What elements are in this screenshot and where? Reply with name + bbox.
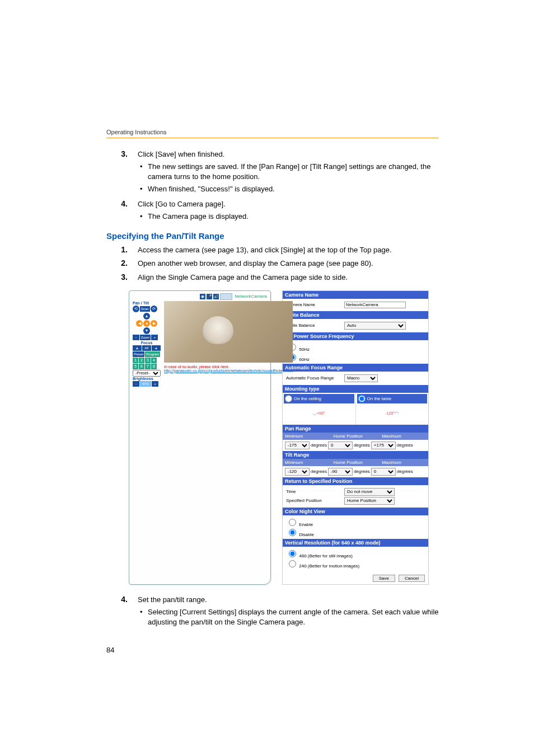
mount-ceiling-label: On the ceiling	[294, 396, 321, 401]
cnv-disable-radio[interactable]	[289, 529, 296, 536]
help-url-link[interactable]: http://panasonic.co.jp/pcc/products/en/n…	[164, 369, 293, 373]
white-balance-header: White Balance	[283, 311, 428, 319]
preset-1[interactable]: 1	[133, 358, 138, 363]
ac-60hz-label: 60Hz	[299, 357, 310, 362]
cnv-enable-radio[interactable]	[289, 519, 296, 526]
preset-select[interactable]: -Preset-	[133, 370, 161, 377]
vres-480-label: 480 (Better for still images)	[299, 553, 353, 558]
mic-icon[interactable]: 🎤	[207, 294, 212, 299]
camera-settings-panel: Camera Name Camera Name White Balance Wh…	[282, 290, 429, 585]
camera-photo	[164, 301, 293, 363]
vres-480-radio[interactable]	[289, 550, 296, 557]
network-camera-label: NetworkCamera	[235, 294, 267, 299]
vres-header: Vertical Resolution (for 640 x 480 mode)	[283, 539, 428, 547]
brightness-std[interactable]: STD	[140, 381, 151, 387]
afr-header: Automatic Focus Range	[283, 364, 428, 372]
rsp-pos-select[interactable]: Home Position	[344, 497, 395, 505]
zoom-button[interactable]: Zoom	[140, 335, 151, 340]
focus-auto-button[interactable]: AF	[142, 345, 151, 351]
substep-2-number: 2.	[106, 259, 138, 267]
preset-8[interactable]: 8	[151, 364, 157, 369]
tilt-min-select[interactable]: -120	[285, 468, 310, 476]
save-button[interactable]: Save	[373, 575, 395, 582]
step-4-bullet-1: The Camera page is displayed.	[138, 212, 439, 222]
single-camera-panel: ◉ 🎤 🔊 NetworkCamera Pan / Tilt ⟲ Scan ⟳ …	[129, 290, 271, 585]
section-title: Specifying the Pan/Tilt Range	[106, 231, 439, 241]
preset-3[interactable]: 3	[145, 358, 151, 363]
substep-4-number: 4.	[106, 595, 138, 604]
pan-right-icon[interactable]: ⟳	[151, 306, 157, 312]
mount-table-label: On the table	[367, 396, 392, 401]
pan-min-header: Minimum	[283, 433, 331, 440]
substep-2-text: Open another web browser, and display th…	[138, 259, 439, 269]
white-balance-select[interactable]: Auto	[344, 322, 406, 330]
pan-left-button[interactable]: ◀	[136, 320, 143, 327]
focus-near-button[interactable]: ▲	[133, 345, 142, 351]
afr-label: Automatic Focus Range	[286, 375, 342, 381]
step-4-number: 4.	[106, 199, 138, 208]
tilt-home-header: Home Position	[331, 459, 380, 466]
pan-left-icon[interactable]: ⟲	[133, 306, 139, 312]
pan-max-header: Maximum	[380, 433, 428, 440]
white-balance-label: White Balance	[286, 323, 342, 328]
speaker-icon[interactable]: 🔊	[213, 294, 219, 299]
ac-frequency-header: AC Power Source Frequency	[283, 332, 428, 340]
camera-name-label: Camera Name	[286, 302, 342, 307]
cnv-disable-label: Disable	[299, 532, 314, 537]
camera-name-input[interactable]	[344, 302, 406, 308]
capture-icon[interactable]: ◉	[200, 294, 205, 299]
substep-1-text: Access the camera (see page 13), and cli…	[138, 245, 439, 255]
zoom-out-button[interactable]: -	[133, 335, 139, 340]
mount-header: Mounting type	[283, 385, 428, 393]
preset-7[interactable]: 7	[145, 364, 151, 369]
pan-home-select[interactable]: 0	[328, 442, 353, 449]
page-number: 84	[106, 646, 439, 654]
rsp-time-select[interactable]: Do not move	[344, 488, 395, 496]
cancel-button[interactable]: Cancel	[399, 575, 425, 582]
vres-240-radio[interactable]	[289, 560, 296, 567]
substep-4-bullet-1: Selecting [Current Settings] displays th…	[138, 607, 439, 627]
pan-min-select[interactable]: -175	[285, 442, 310, 449]
deg-label: degrees	[311, 443, 327, 448]
rsp-pos-label: Specified Position	[286, 498, 342, 503]
cnv-enable-label: Enable	[299, 522, 313, 527]
pantilt-label: Pan / Tilt	[133, 301, 161, 305]
scan-button[interactable]: Scan	[140, 306, 150, 312]
figure-row: ◉ 🎤 🔊 NetworkCamera Pan / Tilt ⟲ Scan ⟳ …	[129, 290, 439, 585]
vres-240-label: 240 (Better for motion images)	[299, 564, 359, 569]
tilt-up-icon[interactable]: ▲	[143, 313, 150, 320]
zoom-in-button[interactable]: +	[151, 335, 158, 340]
program-button[interactable]: Program	[145, 351, 160, 357]
brightness-down[interactable]: -	[133, 381, 139, 387]
mount-ceiling-radio[interactable]	[285, 395, 292, 402]
pan-range-header: Pan Range	[283, 425, 428, 433]
substep-4-text: Set the pan/tilt range.	[138, 595, 207, 604]
pan-right-button[interactable]: ▶	[151, 320, 157, 327]
dog-image	[203, 316, 233, 344]
tilt-home-select[interactable]: -90	[328, 468, 353, 476]
substep-1-number: 1.	[106, 245, 138, 254]
preset-2[interactable]: 2	[139, 358, 144, 363]
afr-select[interactable]: Macro	[344, 374, 378, 382]
focus-far-button[interactable]: ▲	[152, 345, 161, 351]
home-button[interactable]: ●	[143, 320, 150, 327]
tilt-range-header: Tilt Range	[283, 451, 428, 459]
tilt-max-select[interactable]: 0	[371, 468, 396, 476]
focus-label: Focus	[133, 341, 161, 345]
tilt-down-icon[interactable]: ▼	[143, 327, 150, 334]
slider-icon[interactable]	[220, 293, 232, 300]
header-label: Operating Instructions	[106, 129, 439, 135]
mount-table-radio[interactable]	[358, 395, 366, 402]
step-4-text: Click [Go to Camera page].	[138, 200, 226, 208]
brightness-up[interactable]: +	[152, 381, 158, 387]
tilt-min-header: Minimum	[283, 459, 331, 466]
preset-4[interactable]: 4	[151, 358, 157, 363]
pan-home-header: Home Position	[331, 433, 380, 440]
ac-50hz-label: 50Hz	[299, 347, 310, 352]
no-audio-link[interactable]: In case of no audio, please click here.	[164, 365, 293, 369]
preset-6[interactable]: 6	[139, 364, 144, 369]
preset-button[interactable]: Preset	[133, 351, 144, 357]
step-3-bullet-1: The new settings are saved. If the [Pan …	[138, 162, 439, 182]
preset-5[interactable]: 5	[133, 364, 138, 369]
pan-max-select[interactable]: +175	[371, 442, 396, 449]
